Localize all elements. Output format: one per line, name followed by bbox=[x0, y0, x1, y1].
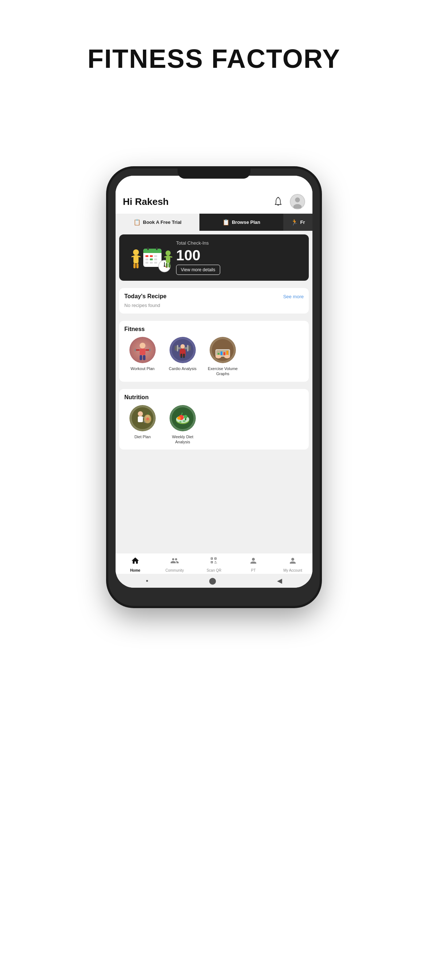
diet-plan-icon bbox=[129, 405, 156, 431]
nutrition-title: Nutrition bbox=[124, 394, 149, 400]
svg-rect-66 bbox=[138, 416, 143, 422]
nav-home-item[interactable]: Home bbox=[123, 556, 148, 573]
android-navbar: ▪ ⬤ ◀ bbox=[116, 574, 312, 588]
nutrition-section: Nutrition bbox=[119, 389, 309, 450]
svg-rect-13 bbox=[145, 255, 148, 257]
cardio-analysis-item[interactable]: Cardio Analysis bbox=[164, 337, 201, 377]
exercise-volume-label: Exercise VolumeGraphs bbox=[208, 366, 238, 377]
book-trial-button[interactable]: 📋 Book A Free Trial bbox=[116, 214, 199, 231]
exercise-volume-item[interactable]: Exercise VolumeGraphs bbox=[205, 337, 241, 377]
svg-rect-40 bbox=[135, 348, 136, 352]
checkins-illustration bbox=[125, 241, 172, 274]
diet-plan-item[interactable]: Diet Plan bbox=[124, 405, 161, 445]
nav-community-item[interactable]: Community bbox=[162, 556, 188, 573]
svg-rect-23 bbox=[156, 247, 158, 250]
fitness-section: Fitness bbox=[119, 321, 309, 382]
workout-plan-item[interactable]: Workout Plan bbox=[124, 337, 161, 377]
weekly-diet-label: Weekly Diet Analysis bbox=[164, 434, 201, 445]
browse-plan-button[interactable]: 📋 Browse Plan bbox=[199, 214, 283, 231]
run-icon: 🏃 bbox=[291, 219, 298, 226]
cardio-analysis-icon bbox=[170, 337, 196, 363]
svg-point-77 bbox=[177, 417, 181, 420]
svg-rect-48 bbox=[177, 345, 178, 352]
svg-point-51 bbox=[180, 344, 185, 348]
phone-notch bbox=[178, 169, 250, 179]
svg-rect-49 bbox=[187, 345, 188, 352]
workout-plan-label: Workout Plan bbox=[130, 366, 154, 371]
nav-pt-label: PT bbox=[251, 568, 256, 573]
free-button[interactable]: 🏃 Fr bbox=[283, 214, 312, 231]
svg-point-79 bbox=[179, 421, 181, 423]
book-trial-label: Book A Free Trial bbox=[143, 220, 181, 225]
phone-screen: Hi Rakesh bbox=[116, 176, 312, 588]
view-details-button[interactable]: View more details bbox=[176, 265, 220, 275]
nutrition-grid: Diet Plan bbox=[124, 405, 304, 445]
user-avatar[interactable] bbox=[290, 194, 305, 209]
fitness-title: Fitness bbox=[124, 326, 145, 332]
svg-rect-60 bbox=[223, 352, 225, 355]
svg-rect-41 bbox=[149, 348, 151, 352]
home-icon bbox=[131, 556, 140, 567]
scan-qr-icon bbox=[210, 556, 218, 567]
book-icon: 📋 bbox=[134, 219, 141, 226]
android-back-button[interactable]: ◀ bbox=[277, 577, 282, 585]
app-title: FITNESS FACTORY bbox=[88, 44, 340, 74]
android-circle-button[interactable]: ⬤ bbox=[209, 577, 216, 585]
svg-point-36 bbox=[140, 343, 145, 348]
cardio-analysis-label: Cardio Analysis bbox=[169, 366, 197, 371]
checkins-info: Total Check-Ins 100 View more details bbox=[176, 240, 303, 275]
browse-icon: 📋 bbox=[223, 219, 230, 226]
svg-rect-54 bbox=[183, 354, 185, 358]
svg-rect-61 bbox=[226, 351, 228, 355]
free-label: Fr bbox=[301, 220, 305, 225]
weekly-diet-icon bbox=[170, 405, 196, 431]
svg-point-65 bbox=[138, 411, 143, 416]
svg-rect-17 bbox=[150, 258, 153, 260]
nav-account-label: My Account bbox=[283, 568, 302, 573]
svg-rect-18 bbox=[154, 258, 157, 260]
svg-point-75 bbox=[184, 415, 188, 418]
nav-home-label: Home bbox=[130, 568, 140, 573]
svg-point-2 bbox=[295, 197, 300, 202]
see-more-button[interactable]: See more bbox=[283, 294, 304, 299]
svg-rect-9 bbox=[136, 263, 138, 268]
svg-rect-43 bbox=[143, 355, 145, 360]
phone-frame: Hi Rakesh bbox=[108, 169, 320, 606]
checkins-card: Total Check-Ins 100 View more details bbox=[119, 234, 309, 281]
svg-rect-20 bbox=[150, 262, 153, 264]
svg-point-63 bbox=[224, 355, 230, 358]
svg-rect-5 bbox=[134, 255, 138, 263]
svg-point-70 bbox=[146, 417, 149, 420]
greeting-text: Hi Rakesh bbox=[123, 196, 169, 207]
svg-point-28 bbox=[164, 266, 165, 267]
fitness-grid: Workout Plan bbox=[124, 337, 304, 377]
svg-rect-8 bbox=[134, 263, 135, 268]
diet-plan-label: Diet Plan bbox=[135, 434, 151, 439]
svg-rect-46 bbox=[175, 345, 177, 351]
nav-pt-item[interactable]: PT bbox=[240, 556, 266, 573]
svg-rect-34 bbox=[169, 263, 170, 267]
android-square-button[interactable]: ▪ bbox=[146, 577, 148, 585]
nav-account-item[interactable]: My Account bbox=[280, 556, 305, 573]
browse-plan-label: Browse Plan bbox=[232, 220, 260, 225]
notification-bell-icon[interactable] bbox=[272, 195, 285, 208]
weekly-diet-item[interactable]: Weekly Diet Analysis bbox=[164, 405, 201, 445]
pt-icon bbox=[249, 556, 258, 567]
recipe-header: Today's Recipe See more bbox=[124, 293, 304, 300]
svg-point-29 bbox=[165, 250, 170, 256]
svg-rect-47 bbox=[188, 345, 191, 351]
nav-scan-label: Scan QR bbox=[207, 568, 222, 573]
recipe-title: Today's Recipe bbox=[124, 293, 167, 300]
svg-rect-37 bbox=[140, 348, 145, 355]
checkins-count: 100 bbox=[176, 248, 303, 262]
app-content: Hi Rakesh bbox=[116, 176, 312, 553]
svg-rect-59 bbox=[221, 352, 223, 355]
svg-rect-22 bbox=[147, 247, 149, 250]
svg-point-0 bbox=[278, 197, 279, 198]
svg-rect-21 bbox=[154, 262, 157, 264]
recipe-section: Today's Recipe See more No recipes found bbox=[119, 288, 309, 313]
bottom-navigation: Home Community Scan QR bbox=[116, 553, 312, 574]
nav-scan-item[interactable]: Scan QR bbox=[201, 556, 227, 573]
my-account-icon bbox=[288, 556, 297, 567]
svg-rect-42 bbox=[140, 355, 142, 360]
